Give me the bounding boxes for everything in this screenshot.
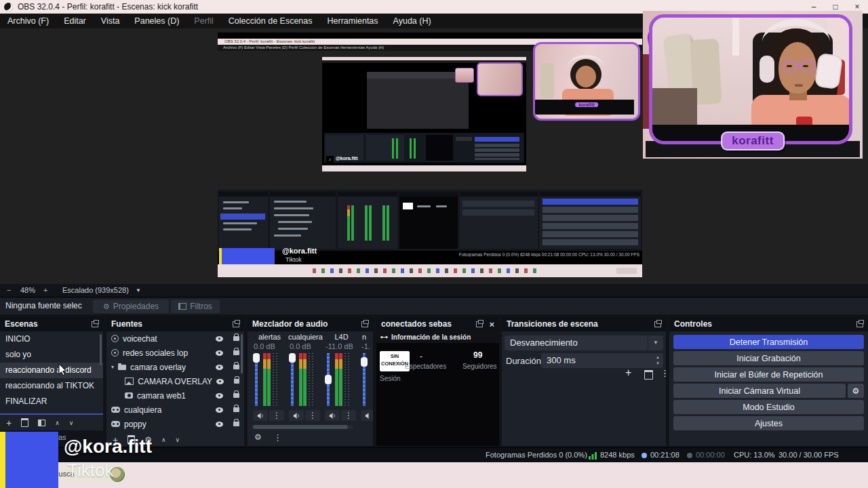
mixer-channel: cualquiera 0.0 dB ⋮: [288, 333, 323, 351]
visibility-eye-icon[interactable]: [216, 422, 223, 427]
dropdown-caret-icon[interactable]: ▼: [648, 336, 663, 350]
mute-button[interactable]: [361, 410, 373, 421]
menu-perfil[interactable]: Perfil: [186, 14, 220, 28]
scenes-scrollbar[interactable]: [100, 334, 102, 365]
zoom-in-button[interactable]: +: [43, 286, 47, 294]
scene-up-button[interactable]: ∧: [55, 420, 60, 426]
channel-menu-button[interactable]: ⋮: [305, 410, 320, 421]
lock-icon[interactable]: [233, 336, 239, 341]
scene-item[interactable]: reaccionando al TIKTOK: [0, 378, 103, 394]
source-group-row[interactable]: ▾ camara overlay: [106, 360, 244, 374]
record-time-icon: [687, 453, 692, 458]
volume-slider-handle[interactable]: [325, 375, 332, 384]
mouse-cursor: [58, 363, 67, 376]
remove-transition-button[interactable]: [644, 370, 653, 380]
source-row[interactable]: cualquiera: [106, 403, 244, 417]
volume-slider-handle[interactable]: [253, 353, 260, 363]
spinner-arrows[interactable]: ▲▼: [656, 354, 660, 367]
add-transition-button[interactable]: +: [625, 367, 631, 379]
duration-spinner[interactable]: 300 ms ▲▼: [541, 353, 663, 368]
menu-editar[interactable]: Editar: [56, 14, 94, 28]
nested2-dock-block: [456, 137, 472, 141]
menu-herramientas[interactable]: Herramientas: [320, 14, 386, 28]
stop-streaming-button[interactable]: Detener Transmisión: [673, 335, 864, 349]
source-row[interactable]: camara web1: [106, 388, 244, 403]
preview-scale-label[interactable]: Escalado (939x528): [62, 286, 129, 294]
visibility-eye-icon[interactable]: [216, 393, 223, 399]
menu-paneles[interactable]: Paneles (D): [127, 14, 186, 28]
mute-button[interactable]: [289, 410, 304, 421]
scene-filters-button[interactable]: [38, 420, 45, 426]
popout-icon[interactable]: [361, 321, 368, 327]
popout-icon[interactable]: [92, 321, 98, 327]
preview-canvas[interactable]: OBS 32.0.4 - Perfil: korafitt - Escenas:…: [218, 33, 642, 277]
visibility-eye-icon[interactable]: [216, 350, 223, 356]
add-scene-button[interactable]: +: [6, 420, 12, 426]
mute-button[interactable]: [253, 410, 268, 421]
followers-value: 99: [473, 350, 482, 360]
properties-button[interactable]: ⚙ Propiedades: [93, 300, 169, 313]
vu-meter: [299, 353, 302, 406]
remove-scene-button[interactable]: [21, 418, 28, 427]
popout-icon[interactable]: [654, 321, 661, 327]
studio-mode-button[interactable]: Modo Estudio: [673, 400, 864, 414]
source-row[interactable]: redes sociales lop: [106, 346, 244, 360]
volume-slider-handle[interactable]: [289, 353, 296, 363]
controls-header: Controles: [669, 317, 868, 331]
nested-ctl-btn: [542, 215, 638, 221]
webcam-window[interactable]: korafitt: [643, 11, 863, 159]
scene-item[interactable]: FINALIZAR: [0, 394, 103, 409]
lock-icon[interactable]: [234, 379, 239, 384]
scale-caret-icon[interactable]: ▼: [136, 287, 141, 293]
mixer-hscrollbar-thumb[interactable]: [253, 425, 348, 429]
lock-icon[interactable]: [233, 350, 239, 355]
visibility-eye-icon[interactable]: [216, 365, 223, 370]
menu-ayuda[interactable]: Ayuda (H): [386, 14, 439, 28]
source-row[interactable]: voicechat: [106, 331, 244, 346]
nested-cam-cushion: [540, 63, 554, 98]
scene-item[interactable]: solo yo: [0, 347, 103, 363]
lock-icon[interactable]: [233, 365, 239, 369]
virtual-camera-settings-button[interactable]: ⚙: [848, 384, 864, 398]
mute-button[interactable]: [325, 410, 340, 421]
nested-ctl-btn: [542, 199, 638, 205]
zoom-out-button[interactable]: −: [7, 286, 11, 294]
scene-item-selected[interactable]: reaccionando al discord: [0, 363, 103, 378]
popout-icon[interactable]: [233, 321, 239, 327]
channel-menu-button[interactable]: ⋮: [269, 410, 284, 421]
start-recording-button[interactable]: Iniciar Grabación: [673, 351, 864, 365]
transition-menu-button[interactable]: ⋮: [660, 368, 666, 378]
lock-icon[interactable]: [233, 393, 239, 398]
visibility-eye-icon[interactable]: [216, 379, 223, 384]
visibility-eye-icon[interactable]: [216, 407, 223, 413]
popout-icon[interactable]: [856, 321, 863, 327]
mixer-menu-button[interactable]: ⋮: [273, 432, 282, 443]
menu-vista[interactable]: Vista: [94, 14, 127, 28]
sources-scrollbar[interactable]: [241, 334, 243, 373]
source-row[interactable]: poppy: [106, 417, 244, 431]
settings-button[interactable]: Ajustes: [673, 416, 864, 430]
scene-item[interactable]: INICIO: [0, 331, 103, 347]
session-label: Sesión: [380, 375, 401, 382]
group-expand-icon[interactable]: ▾: [111, 364, 114, 370]
visibility-eye-icon[interactable]: [216, 336, 223, 342]
start-virtual-camera-button[interactable]: Iniciar Cámara Virtual: [673, 384, 846, 398]
popout-icon[interactable]: [476, 321, 483, 327]
filters-button[interactable]: Filtros: [171, 300, 220, 313]
close-dock-icon[interactable]: ×: [489, 319, 494, 329]
mixer-settings-gear-icon[interactable]: ⚙: [254, 432, 262, 442]
transition-dropdown[interactable]: Desvanecimiento ▼: [505, 336, 663, 350]
nested-dropdown: [462, 201, 534, 207]
channel-menu-button[interactable]: ⋮: [341, 410, 356, 421]
menu-coleccion[interactable]: Colección de Escenas: [221, 14, 320, 28]
source-down-button[interactable]: ∨: [176, 436, 180, 443]
lock-icon[interactable]: [233, 407, 239, 412]
source-row[interactable]: CAMARA OVERLAY: [106, 374, 244, 388]
scene-down-button[interactable]: ∨: [69, 420, 74, 426]
start-replay-buffer-button[interactable]: Iniciar el Búfer de Repetición: [673, 367, 864, 382]
volume-slider-handle[interactable]: [361, 357, 368, 367]
lock-icon[interactable]: [233, 422, 239, 426]
mixer-hscrollbar[interactable]: [252, 425, 353, 429]
source-up-button[interactable]: ∧: [161, 436, 166, 443]
menu-archivo[interactable]: Archivo (F): [0, 14, 56, 28]
